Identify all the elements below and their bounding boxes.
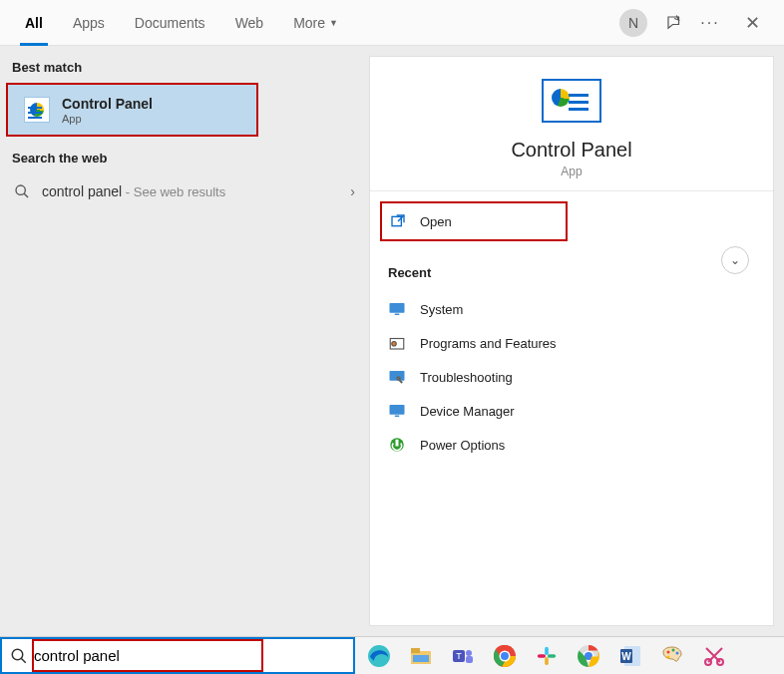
expand-button[interactable]: ⌄ bbox=[721, 246, 749, 274]
teams-icon[interactable]: T bbox=[449, 642, 477, 670]
web-search-suffix: - See web results bbox=[122, 184, 225, 199]
web-search-result[interactable]: control panel - See web results › bbox=[0, 173, 369, 209]
search-input[interactable] bbox=[34, 647, 345, 664]
best-match-text: Control Panel App bbox=[62, 96, 153, 125]
bottom-bar: T W bbox=[0, 636, 784, 674]
user-avatar[interactable]: N bbox=[619, 9, 647, 37]
svg-rect-9 bbox=[395, 416, 400, 418]
svg-text:T: T bbox=[456, 651, 462, 661]
recent-item-label: Programs and Features bbox=[420, 336, 557, 351]
recent-item-device-manager[interactable]: Device Manager bbox=[388, 394, 755, 428]
paint-icon[interactable] bbox=[658, 642, 686, 670]
details-panel: Control Panel App Open ⌄ Recent System bbox=[369, 56, 774, 626]
svg-rect-24 bbox=[545, 646, 549, 654]
svg-rect-26 bbox=[545, 656, 549, 664]
svg-point-37 bbox=[667, 655, 670, 658]
tab-all[interactable]: All bbox=[10, 0, 58, 46]
feedback-icon[interactable] bbox=[665, 14, 683, 32]
web-search-query: control panel bbox=[42, 183, 122, 199]
more-options-icon[interactable]: ··· bbox=[701, 14, 719, 32]
recent-item-label: Device Manager bbox=[420, 404, 515, 419]
recent-item-power-options[interactable]: Power Options bbox=[388, 428, 755, 462]
power-icon bbox=[388, 436, 406, 454]
svg-line-1 bbox=[24, 193, 28, 197]
recent-item-system[interactable]: System bbox=[388, 292, 755, 326]
best-match-title: Control Panel bbox=[62, 96, 153, 112]
chrome-icon[interactable] bbox=[491, 642, 519, 670]
open-icon bbox=[390, 213, 406, 229]
slack-icon[interactable] bbox=[533, 642, 561, 670]
svg-point-35 bbox=[672, 648, 675, 651]
svg-point-19 bbox=[466, 650, 472, 656]
svg-rect-27 bbox=[538, 654, 546, 658]
svg-rect-8 bbox=[390, 405, 405, 415]
open-label: Open bbox=[420, 214, 452, 229]
recent-item-label: Power Options bbox=[420, 438, 505, 453]
tab-apps[interactable]: Apps bbox=[58, 0, 120, 46]
close-button[interactable]: ✕ bbox=[737, 8, 768, 38]
chevron-down-icon: ⌄ bbox=[730, 253, 740, 267]
header-actions: N ··· ✕ bbox=[619, 8, 774, 38]
svg-point-36 bbox=[676, 651, 679, 654]
svg-text:W: W bbox=[621, 651, 631, 662]
best-match-heading: Best match bbox=[0, 46, 369, 83]
file-explorer-icon[interactable] bbox=[407, 642, 435, 670]
tab-more[interactable]: More ▼ bbox=[278, 0, 353, 46]
box-icon bbox=[388, 334, 406, 352]
search-icon bbox=[14, 183, 30, 199]
recent-item-label: Troubleshooting bbox=[420, 370, 513, 385]
svg-line-12 bbox=[21, 658, 26, 663]
details-subtitle: App bbox=[561, 165, 582, 178]
svg-rect-3 bbox=[390, 303, 405, 313]
svg-point-11 bbox=[12, 649, 23, 660]
svg-rect-16 bbox=[413, 655, 429, 662]
control-panel-large-icon bbox=[542, 79, 601, 123]
svg-point-23 bbox=[501, 652, 509, 660]
tab-documents[interactable]: Documents bbox=[120, 0, 220, 46]
svg-point-0 bbox=[16, 185, 25, 194]
snip-icon[interactable] bbox=[700, 642, 728, 670]
details-header: Control Panel App bbox=[370, 57, 773, 191]
main-area: Best match Control Panel App Search the … bbox=[0, 46, 784, 636]
chrome-alt-icon[interactable] bbox=[575, 642, 602, 670]
details-title: Control Panel bbox=[511, 139, 631, 162]
svg-rect-4 bbox=[395, 314, 400, 316]
taskbar: T W bbox=[355, 637, 784, 674]
recent-item-label: System bbox=[420, 302, 463, 317]
caret-down-icon: ▼ bbox=[329, 18, 338, 28]
recent-item-programs[interactable]: Programs and Features bbox=[388, 326, 755, 360]
details-panel-wrapper: Control Panel App Open ⌄ Recent System bbox=[369, 46, 784, 636]
svg-rect-15 bbox=[411, 648, 420, 653]
recent-section: Recent System Programs and Features bbox=[370, 241, 773, 462]
results-panel: Best match Control Panel App Search the … bbox=[0, 46, 369, 636]
search-header: All Apps Documents Web More ▼ N ··· ✕ bbox=[0, 0, 784, 46]
monitor-icon bbox=[388, 300, 406, 318]
svg-rect-20 bbox=[466, 656, 473, 663]
search-web-heading: Search the web bbox=[0, 137, 369, 173]
tab-more-label: More bbox=[293, 15, 325, 31]
filter-tabs: All Apps Documents Web More ▼ bbox=[10, 0, 353, 46]
wrench-icon bbox=[388, 368, 406, 386]
control-panel-icon bbox=[24, 97, 50, 123]
svg-point-34 bbox=[667, 650, 670, 653]
open-action[interactable]: Open bbox=[380, 201, 568, 241]
best-match-item[interactable]: Control Panel App bbox=[6, 83, 258, 137]
best-match-subtitle: App bbox=[62, 113, 153, 125]
svg-point-6 bbox=[392, 342, 397, 347]
chevron-right-icon: › bbox=[350, 183, 355, 199]
svg-rect-2 bbox=[392, 216, 401, 225]
recent-item-troubleshooting[interactable]: Troubleshooting bbox=[388, 360, 755, 394]
svg-rect-25 bbox=[548, 654, 556, 658]
tab-web[interactable]: Web bbox=[220, 0, 279, 46]
monitor-icon bbox=[388, 402, 406, 420]
word-icon[interactable]: W bbox=[616, 642, 644, 670]
search-icon bbox=[10, 647, 28, 665]
edge-icon[interactable] bbox=[365, 642, 393, 670]
recent-heading: Recent bbox=[388, 265, 755, 280]
web-search-text: control panel - See web results bbox=[42, 183, 225, 199]
search-box[interactable] bbox=[0, 637, 355, 674]
